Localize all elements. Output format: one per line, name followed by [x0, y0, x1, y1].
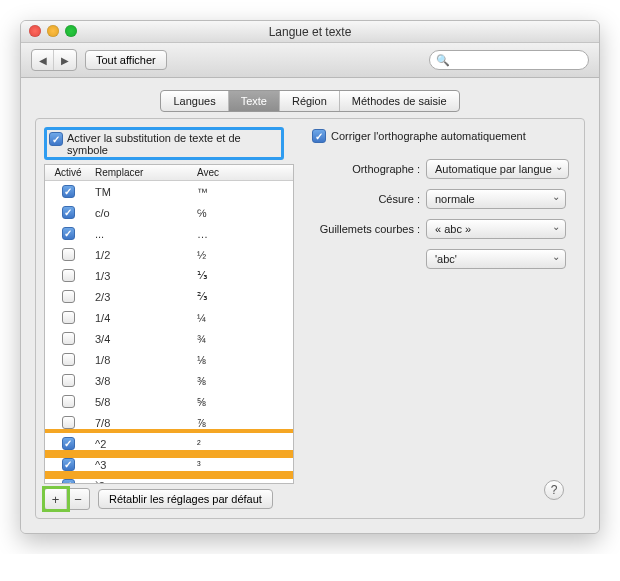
table-row[interactable]: ...… — [45, 223, 293, 244]
row-replace: `2 — [91, 480, 181, 485]
spelling-select[interactable]: Automatique par langue — [426, 159, 569, 179]
quotes-label: Guillemets courbes : — [306, 223, 426, 235]
content-area: Langues Texte Région Méthodes de saisie … — [21, 78, 599, 533]
substitution-panel: Activer la substitution de texte et de s… — [44, 127, 294, 510]
show-all-button[interactable]: Tout afficher — [85, 50, 167, 70]
row-checkbox[interactable] — [62, 395, 75, 408]
table-row[interactable]: 1/3⅓ — [45, 265, 293, 286]
row-checkbox[interactable] — [62, 311, 75, 324]
table-row[interactable]: 1/8⅛ — [45, 349, 293, 370]
spelling-label: Orthographe : — [306, 163, 426, 175]
col-replace[interactable]: Remplacer — [91, 167, 181, 178]
tab-input-methods[interactable]: Méthodes de saisie — [340, 91, 459, 111]
row-with: ™ — [181, 186, 293, 198]
window-title: Langue et texte — [269, 25, 352, 39]
quotes-double-select[interactable]: « abc » — [426, 219, 566, 239]
add-remove-controls: + − — [44, 488, 90, 510]
row-with: ³ — [181, 459, 293, 471]
zoom-icon[interactable] — [65, 25, 77, 37]
table-row[interactable]: `2₂ — [45, 475, 293, 484]
row-replace: 1/4 — [91, 312, 181, 324]
tab-bar: Langues Texte Région Méthodes de saisie — [35, 90, 585, 112]
spelling-panel: Corriger l'orthographe automatiquement O… — [306, 127, 576, 510]
text-pane: Activer la substitution de texte et de s… — [35, 118, 585, 519]
add-button[interactable]: + — [45, 489, 67, 509]
substitution-table: Activé Remplacer Avec TM™c/o℅...…1/2½1/3… — [44, 164, 294, 484]
table-row[interactable]: 5/8⅝ — [45, 391, 293, 412]
row-replace: 1/8 — [91, 354, 181, 366]
search-field[interactable]: 🔍 — [429, 50, 589, 70]
row-checkbox[interactable] — [62, 479, 75, 484]
table-row[interactable]: 3/8⅜ — [45, 370, 293, 391]
hyphen-label: Césure : — [306, 193, 426, 205]
row-checkbox[interactable] — [62, 437, 75, 450]
row-checkbox[interactable] — [62, 227, 75, 240]
row-checkbox[interactable] — [62, 458, 75, 471]
autocorrect-checkbox[interactable] — [312, 129, 326, 143]
table-row[interactable]: 2/3⅔ — [45, 286, 293, 307]
row-replace: ^2 — [91, 438, 181, 450]
table-row[interactable]: ^3³ — [45, 454, 293, 475]
row-replace: 2/3 — [91, 291, 181, 303]
search-icon: 🔍 — [436, 54, 450, 67]
row-with: ² — [181, 438, 293, 450]
table-row[interactable]: TM™ — [45, 181, 293, 202]
col-enabled[interactable]: Activé — [45, 167, 91, 178]
table-row[interactable]: 1/2½ — [45, 244, 293, 265]
row-checkbox[interactable] — [62, 248, 75, 261]
tab-texte[interactable]: Texte — [229, 91, 280, 111]
row-with: ⅔ — [181, 290, 293, 303]
row-checkbox[interactable] — [62, 332, 75, 345]
row-replace: 7/8 — [91, 417, 181, 429]
tab-region[interactable]: Région — [280, 91, 340, 111]
toolbar: ◀ ▶ Tout afficher 🔍 — [21, 43, 599, 78]
titlebar: Langue et texte — [21, 21, 599, 43]
row-with: ½ — [181, 249, 293, 261]
quotes-single-select[interactable]: 'abc' — [426, 249, 566, 269]
row-replace: c/o — [91, 207, 181, 219]
row-with: ⅛ — [181, 354, 293, 366]
forward-button[interactable]: ▶ — [54, 50, 76, 70]
row-with: ₂ — [181, 479, 293, 484]
row-checkbox[interactable] — [62, 185, 75, 198]
row-with: ℅ — [181, 207, 293, 219]
table-row[interactable]: 3/4¾ — [45, 328, 293, 349]
row-checkbox[interactable] — [62, 353, 75, 366]
row-checkbox[interactable] — [62, 206, 75, 219]
enable-substitution-label: Activer la substitution de texte et de s… — [67, 132, 277, 156]
row-with: ¾ — [181, 333, 293, 345]
table-body: TM™c/o℅...…1/2½1/3⅓2/3⅔1/4¼3/4¾1/8⅛3/8⅜5… — [45, 181, 293, 484]
preferences-window: Langue et texte ◀ ▶ Tout afficher 🔍 Lang… — [20, 20, 600, 534]
row-checkbox[interactable] — [62, 374, 75, 387]
remove-button[interactable]: − — [67, 489, 89, 509]
enable-substitution-checkbox[interactable] — [49, 132, 63, 146]
restore-defaults-button[interactable]: Rétablir les réglages par défaut — [98, 489, 273, 509]
row-checkbox[interactable] — [62, 416, 75, 429]
row-checkbox[interactable] — [62, 290, 75, 303]
table-row[interactable]: 7/8⅞ — [45, 412, 293, 433]
row-replace: 1/2 — [91, 249, 181, 261]
col-with[interactable]: Avec — [181, 167, 293, 178]
row-with: ⅜ — [181, 375, 293, 387]
row-replace: 1/3 — [91, 270, 181, 282]
minimize-icon[interactable] — [47, 25, 59, 37]
row-replace: ... — [91, 228, 181, 240]
tab-langues[interactable]: Langues — [161, 91, 228, 111]
window-controls — [29, 25, 77, 37]
back-button[interactable]: ◀ — [32, 50, 54, 70]
row-replace: TM — [91, 186, 181, 198]
hyphen-select[interactable]: normale — [426, 189, 566, 209]
row-with: … — [181, 228, 293, 240]
row-with: ⅞ — [181, 417, 293, 429]
row-checkbox[interactable] — [62, 269, 75, 282]
close-icon[interactable] — [29, 25, 41, 37]
table-row[interactable]: ^2² — [45, 433, 293, 454]
nav-back-forward: ◀ ▶ — [31, 49, 77, 71]
help-button[interactable]: ? — [544, 480, 564, 500]
row-replace: 3/4 — [91, 333, 181, 345]
row-replace: ^3 — [91, 459, 181, 471]
table-row[interactable]: c/o℅ — [45, 202, 293, 223]
search-input[interactable] — [453, 53, 582, 67]
table-row[interactable]: 1/4¼ — [45, 307, 293, 328]
row-with: ¼ — [181, 312, 293, 324]
